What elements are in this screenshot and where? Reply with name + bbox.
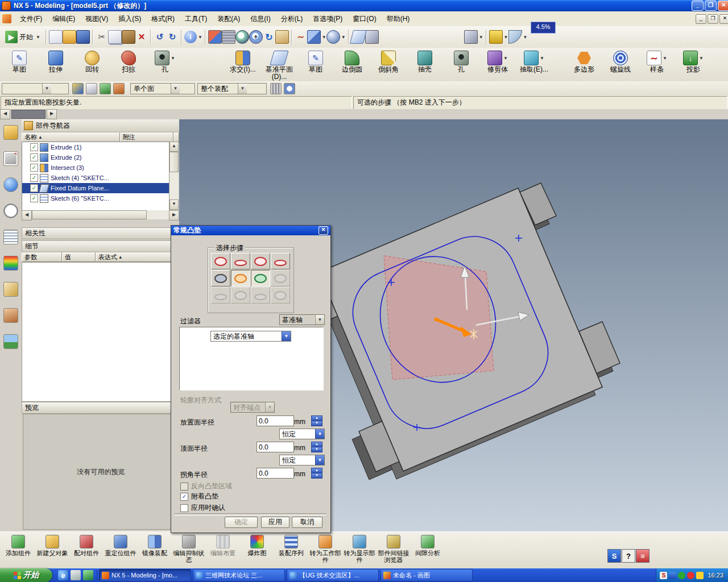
highlight-icon[interactable]: [100, 83, 111, 94]
feature-button-intersect[interactable]: 求交(I)...: [225, 48, 261, 83]
new-parent-button[interactable]: 新建父对象: [35, 534, 69, 566]
checkbox-icon[interactable]: [30, 184, 38, 192]
scrollbar-thumb[interactable]: [169, 152, 179, 172]
start-menu-button[interactable]: ▶ 开始 ▼: [2, 29, 43, 45]
details-list[interactable]: [22, 262, 180, 402]
mdi-restore-button[interactable]: ❐: [708, 14, 718, 24]
mate-component-button[interactable]: 配对组件: [69, 534, 104, 566]
general-selection-icon[interactable]: [86, 83, 97, 94]
column-expression[interactable]: 表达式▲: [96, 252, 173, 262]
step-option-8-button[interactable]: [271, 287, 290, 304]
scroll-right-icon[interactable]: ▶: [47, 109, 57, 119]
mdi-close-button[interactable]: ✕: [719, 14, 728, 24]
messenger-icon[interactable]: [669, 572, 676, 579]
tree-row-sketch-4[interactable]: Sketch (4) "SKETC...: [22, 173, 169, 183]
chevron-down-icon[interactable]: ▼: [663, 56, 667, 61]
checkbox-icon[interactable]: [30, 153, 38, 161]
menu-analysis[interactable]: 分析(L): [276, 13, 308, 26]
feature-button-hole[interactable]: ▼ 孔: [147, 48, 183, 83]
trim-icon[interactable]: [365, 30, 379, 44]
ime-menu-icon[interactable]: ≡: [636, 549, 650, 563]
corner-radius-stepper[interactable]: ▲▼: [311, 468, 322, 479]
attach-pad-checkbox[interactable]: 附着凸垫: [180, 492, 218, 501]
step-pad-top-face-button[interactable]: [211, 253, 230, 269]
confirm-upon-apply-checkbox[interactable]: 应用时确认: [180, 503, 225, 513]
checkbox-icon[interactable]: [30, 194, 38, 202]
alert-icon[interactable]: [687, 572, 694, 579]
tree-vertical-scrollbar[interactable]: ▲ ▼: [169, 142, 179, 210]
scroll-left-icon[interactable]: ◀: [22, 210, 32, 221]
add-component-button[interactable]: 添加组件: [1, 534, 35, 566]
placement-law-combo[interactable]: 恒定 ▼: [279, 429, 325, 439]
column-name[interactable]: 名称▲: [22, 132, 120, 142]
scope-combo[interactable]: 整个装配 ▼: [197, 83, 267, 94]
chevron-down-icon[interactable]: ▼: [523, 35, 528, 40]
menu-edit[interactable]: 编辑(E): [47, 13, 80, 26]
feature-button-polygon[interactable]: 多边形: [566, 48, 602, 83]
shaded-view-icon[interactable]: [326, 30, 340, 44]
menu-information[interactable]: 信息(I): [245, 13, 275, 26]
menu-assemblies[interactable]: 装配(A): [212, 13, 245, 26]
snap-point-icon[interactable]: [113, 83, 125, 94]
measure-angle-icon[interactable]: [508, 30, 522, 44]
chevron-down-icon[interactable]: ▼: [341, 35, 346, 40]
taskbar-task-ug-forum[interactable]: 【UG 技术交流区】...: [287, 569, 379, 581]
chevron-down-icon[interactable]: ▼: [504, 35, 508, 40]
feature-button-extrude[interactable]: 拉伸: [38, 48, 74, 83]
align-endpoint-combo[interactable]: 对齐端点 ▼: [230, 402, 275, 413]
dialog-title-bar[interactable]: 常规凸垫 ✕: [171, 226, 330, 235]
placement-face-radius-input[interactable]: [257, 415, 294, 426]
close-button[interactable]: ✕: [718, 1, 728, 11]
pane-grip[interactable]: [11, 110, 46, 119]
feature-button-datum-plane[interactable]: 基准平面(D)...: [261, 48, 297, 83]
preview-section-header[interactable]: 预览 ▲: [22, 402, 186, 414]
checkbox-icon[interactable]: [30, 174, 38, 182]
menu-view[interactable]: 视图(V): [80, 13, 113, 26]
constraint-navigator-icon[interactable]: [3, 151, 18, 166]
mdi-minimize-button[interactable]: _: [696, 14, 706, 24]
curve-icon[interactable]: ∼: [295, 31, 307, 43]
menu-insert[interactable]: 插入(S): [113, 13, 146, 26]
ok-button[interactable]: 确定: [225, 517, 258, 528]
feature-button-revolve[interactable]: 回转: [74, 48, 110, 83]
palette-icon[interactable]: [3, 256, 18, 271]
cut-icon[interactable]: ✂: [96, 31, 108, 43]
tree-row-sketch-6[interactable]: Sketch (6) "SKETC...: [22, 193, 169, 203]
menu-window[interactable]: 窗口(O): [348, 13, 381, 26]
fit-view-icon[interactable]: [208, 30, 222, 44]
tree-row-extrude-2[interactable]: Extrude (2): [22, 152, 169, 163]
step-placement-face-button[interactable]: [251, 270, 270, 286]
corner-radius-input[interactable]: [257, 468, 294, 479]
step-direction-button[interactable]: [211, 270, 230, 286]
taskbar-task-forum[interactable]: 三维网技术论坛 三...: [193, 569, 285, 581]
feature-button-sweep[interactable]: 扫掠: [110, 48, 147, 83]
edit-suppression-button[interactable]: 编辑抑制状态: [172, 534, 206, 566]
step-option-4-button[interactable]: [271, 270, 290, 286]
ime-sogou-icon[interactable]: S: [607, 549, 621, 563]
make-work-part-button[interactable]: 转为工作部件: [308, 534, 342, 566]
show-desktop-icon[interactable]: [71, 570, 81, 580]
system-materials-icon[interactable]: [3, 230, 18, 244]
snap-center-icon[interactable]: [284, 83, 295, 94]
zoom-icon[interactable]: [235, 30, 249, 44]
feature-button-sketch2[interactable]: ✎ 草图: [297, 48, 334, 83]
open-file-icon[interactable]: [63, 30, 76, 44]
scrollbar-thumb[interactable]: [32, 210, 147, 219]
scroll-right-icon[interactable]: ▶: [169, 210, 179, 221]
zoom-in-icon[interactable]: +: [249, 30, 263, 44]
ime-pen-icon[interactable]: S: [660, 572, 667, 579]
start-button[interactable]: 开始: [0, 568, 52, 582]
chevron-down-icon[interactable]: ▼: [198, 35, 202, 40]
roles-icon[interactable]: [3, 282, 18, 297]
ime-help-icon[interactable]: ?: [622, 549, 635, 563]
taskbar-task-paint[interactable]: 未命名 - 画图: [380, 569, 473, 581]
scroll-left-icon[interactable]: ◀: [0, 109, 10, 119]
edit-arrangement-button[interactable]: 编辑布置: [206, 534, 240, 566]
scroll-up-icon[interactable]: ▲: [169, 142, 179, 152]
information-icon[interactable]: i: [184, 31, 197, 43]
clearance-analysis-button[interactable]: 间隙分析: [411, 534, 445, 566]
tree-row-extrude-1[interactable]: Extrude (1): [22, 142, 169, 152]
datum-plane-icon[interactable]: [350, 30, 367, 44]
menu-format[interactable]: 格式(R): [146, 13, 180, 26]
chevron-down-icon[interactable]: ▼: [540, 56, 544, 61]
